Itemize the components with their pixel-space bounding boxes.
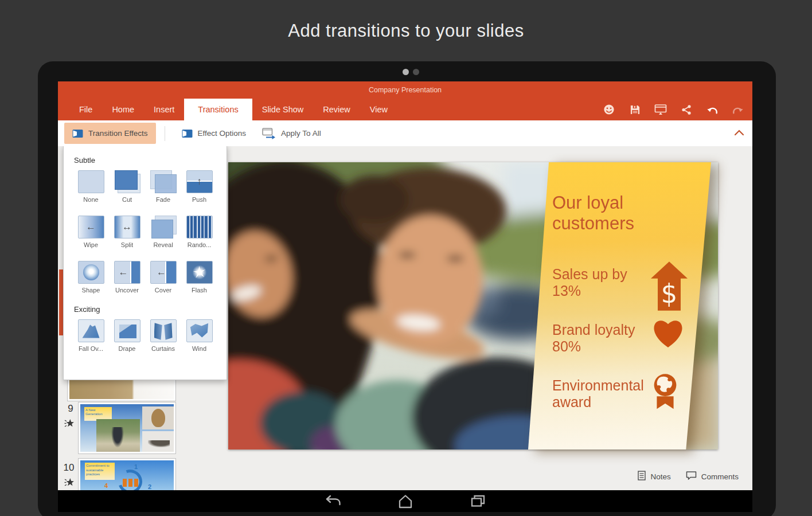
nav-home-button[interactable] xyxy=(396,492,415,510)
share-icon[interactable] xyxy=(680,103,693,116)
uncover-transition-icon: ← xyxy=(114,261,140,284)
push-transition-icon: ↑ xyxy=(186,170,213,193)
slide-bullet: Sales up by 13% $ xyxy=(552,266,688,313)
transition-option-push[interactable]: ↑Push xyxy=(181,170,217,205)
promo-caption: Add transitions to your slides xyxy=(0,21,812,41)
transition-option-label: Shape xyxy=(82,287,100,294)
present-icon[interactable] xyxy=(654,103,667,116)
transition-option-label: Fade xyxy=(156,196,170,203)
transition-effects-icon xyxy=(72,129,83,138)
tab-view[interactable]: View xyxy=(360,99,397,120)
section-label: Exciting xyxy=(74,305,227,314)
slide-bullet-text: Sales up by 13% xyxy=(552,266,651,299)
wipe-transition-icon: ← xyxy=(78,216,104,239)
tab-file[interactable]: File xyxy=(69,99,102,120)
thumbnail-title: Commitment to sustainable practices xyxy=(85,463,115,480)
transition-option-random[interactable]: Rando... xyxy=(181,216,217,251)
thumbnail-photo-yoga xyxy=(142,431,174,452)
tab-home[interactable]: Home xyxy=(102,99,144,120)
transition-option-drape[interactable]: Drape xyxy=(109,319,145,354)
transition-star-icon xyxy=(64,418,74,431)
comments-button[interactable]: Comments xyxy=(686,471,739,482)
ribbon-separator xyxy=(165,126,165,141)
ribbon-button-label: Apply To All xyxy=(281,129,321,138)
reveal-transition-icon xyxy=(150,216,177,239)
wind-transition-icon xyxy=(186,319,213,342)
app-screen: Company Presentation FileHomeInsertTrans… xyxy=(58,81,752,512)
infographic-number: 4 xyxy=(104,482,108,489)
slide-thumbnail-10[interactable]: Commitment to sustainable practices 1 4 … xyxy=(79,459,175,490)
transition-option-uncover[interactable]: ←Uncover xyxy=(109,261,145,296)
tab-slide-show[interactable]: Slide Show xyxy=(252,99,314,120)
transition-option-curtains[interactable]: Curtains xyxy=(145,319,181,354)
slide-canvas[interactable]: Our loyal customers Sales up by 13% $ xyxy=(228,162,718,449)
arrow-glyph: ← xyxy=(79,216,104,238)
none-transition-icon xyxy=(78,170,104,193)
svg-text:$: $ xyxy=(661,279,678,309)
drape-transition-icon xyxy=(114,319,140,342)
apply-to-all-button[interactable]: Apply To All xyxy=(254,123,329,144)
notes-button[interactable]: Notes xyxy=(638,471,670,482)
tab-transitions[interactable]: Transitions xyxy=(184,99,252,120)
transition-star-icon xyxy=(64,477,74,490)
arrow-glyph: ↑ xyxy=(187,171,212,193)
transition-option-split[interactable]: ↔Split xyxy=(109,216,145,251)
tab-insert[interactable]: Insert xyxy=(144,99,184,120)
transition-option-fade[interactable]: Fade xyxy=(145,170,181,205)
collapse-ribbon-button[interactable] xyxy=(734,128,744,138)
titlebar-icon-group xyxy=(603,99,744,120)
thumbnail-photo-bike xyxy=(96,419,140,452)
transition-effects-button[interactable]: Transition Effects xyxy=(64,123,156,144)
android-nav-bar xyxy=(58,490,752,512)
transition-option-flash[interactable]: Flash xyxy=(181,261,217,296)
transition-option-label: Flash xyxy=(192,287,207,294)
transition-option-fall-over[interactable]: Fall Ov... xyxy=(73,319,109,354)
slide-thumbnail-9[interactable]: A New Generation xyxy=(79,402,175,454)
nav-recents-button[interactable] xyxy=(468,492,487,510)
document-title: Company Presentation xyxy=(369,86,442,94)
slide-text-panel: Our loyal customers Sales up by 13% $ xyxy=(528,162,711,449)
transition-option-label: Wind xyxy=(192,345,206,352)
transition-option-wind[interactable]: Wind xyxy=(181,319,217,354)
effect-options-button[interactable]: Effect Options xyxy=(174,123,255,144)
nav-back-button[interactable] xyxy=(323,492,343,510)
fall-over-transition-icon xyxy=(78,319,104,342)
save-icon[interactable] xyxy=(628,103,641,116)
slide-bullet: Environmental award xyxy=(552,377,680,413)
tab-bar: FileHomeInsertTransitionsSlide ShowRevie… xyxy=(58,99,752,120)
tab-review[interactable]: Review xyxy=(313,99,360,120)
slide-bullet-text: Brand loyalty 80% xyxy=(552,322,651,354)
transition-option-label: Cover xyxy=(155,287,171,294)
carousel-dot-active xyxy=(403,69,409,75)
thumbnail-bars xyxy=(123,479,139,487)
redo-icon[interactable] xyxy=(732,103,744,116)
slide-number: 9 xyxy=(63,403,79,415)
transition-option-label: Fall Ov... xyxy=(79,345,103,352)
transition-option-label: Rando... xyxy=(188,241,212,248)
ribbon: Transition EffectsEffect OptionsApply To… xyxy=(58,120,752,146)
undo-icon[interactable] xyxy=(706,103,719,116)
transition-option-reveal[interactable]: Reveal xyxy=(145,216,181,251)
ribbon-button-label: Effect Options xyxy=(198,129,247,138)
heart-icon xyxy=(651,317,685,351)
transition-option-cover[interactable]: ←Cover xyxy=(145,261,181,296)
flash-transition-icon xyxy=(186,261,213,284)
transition-option-shape[interactable]: Shape xyxy=(73,261,109,296)
transition-option-wipe[interactable]: ←Wipe xyxy=(73,216,109,251)
comments-label: Comments xyxy=(701,472,739,481)
cover-transition-icon: ← xyxy=(150,261,177,284)
random-transition-icon xyxy=(186,216,213,239)
globe-award-icon xyxy=(651,373,680,413)
transition-option-none[interactable]: None xyxy=(73,170,109,205)
infographic-number: 2 xyxy=(148,483,151,490)
transition-option-cut[interactable]: Cut xyxy=(109,170,145,205)
smiley-icon[interactable] xyxy=(603,103,615,116)
slide-title: Our loyal customers xyxy=(552,193,661,234)
fade-transition-icon xyxy=(150,170,177,193)
transition-option-label: Split xyxy=(121,241,133,248)
arrow-glyph: ← xyxy=(115,261,140,283)
transition-option-label: Push xyxy=(192,196,206,203)
transition-option-label: Wipe xyxy=(84,241,98,248)
notes-icon xyxy=(638,471,646,482)
transition-option-label: Drape xyxy=(119,345,136,352)
